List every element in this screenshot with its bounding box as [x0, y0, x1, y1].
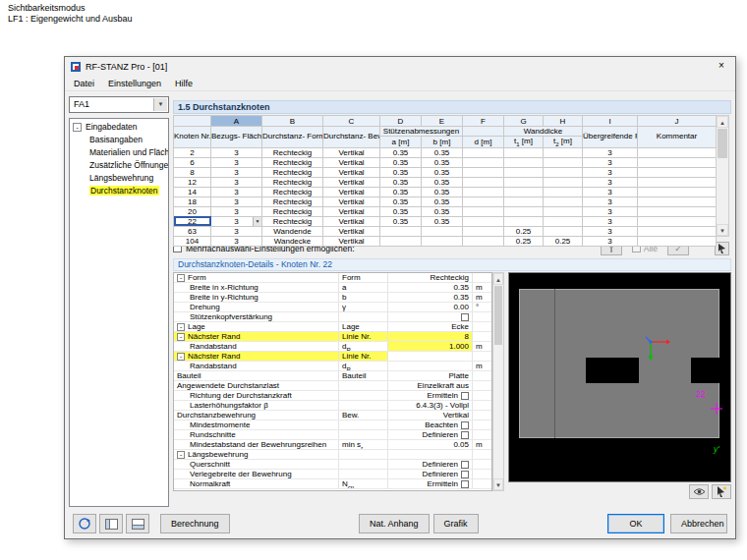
details-row-value[interactable]: Platte — [388, 371, 473, 380]
collapse-icon[interactable]: - — [177, 323, 185, 331]
table-cell[interactable]: Rechteckig — [262, 206, 323, 216]
scroll-thumb[interactable] — [494, 286, 502, 345]
details-row[interactable]: DurchstanzbewehrungBew.Vertikal — [174, 411, 491, 420]
details-row[interactable]: Drehungγ0.00° — [174, 303, 491, 312]
table-cell[interactable]: Vertikal — [323, 196, 380, 206]
details-row[interactable]: -Nächster RandLinie Nr. — [174, 352, 491, 362]
details-row-value[interactable]: Einzelkraft aus — [388, 381, 473, 390]
table-scrollbar[interactable]: ▲ ▼ — [716, 115, 729, 237]
table-cell[interactable] — [463, 216, 504, 226]
value-checkbox[interactable] — [461, 392, 469, 400]
chevron-down-icon[interactable]: ▼ — [153, 98, 167, 111]
table-cell[interactable] — [638, 177, 717, 187]
table-cell[interactable]: 3 — [583, 196, 638, 206]
sidebar-item[interactable]: Durchstanzknoten — [70, 185, 168, 197]
table-cell[interactable] — [544, 157, 583, 167]
table-cell[interactable] — [544, 216, 583, 226]
table-cell[interactable] — [544, 206, 583, 216]
details-row[interactable]: Verlegebreite der BewehrungDefinieren — [174, 470, 491, 479]
table-cell[interactable] — [463, 167, 504, 177]
collapse-icon[interactable]: - — [177, 333, 185, 341]
table-cell[interactable]: 3 — [583, 216, 638, 226]
table-cell[interactable]: 3 — [211, 187, 262, 196]
table-cell[interactable] — [544, 177, 583, 187]
sidebar-item[interactable]: Zusätzliche Öffnungen — [70, 159, 168, 172]
table-cell[interactable] — [504, 206, 544, 216]
column-letter[interactable]: A — [211, 116, 262, 127]
collapse-icon[interactable]: - — [177, 451, 185, 459]
table-cell[interactable] — [463, 147, 504, 157]
table-cell[interactable] — [380, 236, 422, 246]
table-cell[interactable]: Rechteckig — [262, 216, 323, 226]
col-header-wanddicke[interactable]: Wanddicke — [504, 127, 583, 137]
details-row[interactable]: -FormFormRechteckig — [174, 273, 491, 283]
table-cell[interactable] — [638, 236, 717, 246]
table-cell[interactable]: 0.35 — [380, 196, 422, 206]
menu-item[interactable]: Datei — [67, 76, 101, 91]
details-row-value[interactable]: Ermitteln — [388, 479, 473, 488]
table-cell[interactable] — [463, 177, 504, 187]
table-cell[interactable]: 0.35 — [380, 216, 422, 226]
details-row-value[interactable]: 6.4.3(3) - Vollpl — [388, 401, 473, 410]
table-row[interactable]: 183RechteckigVertikal0.350.353 — [174, 196, 717, 206]
table-cell[interactable]: 104 — [174, 236, 211, 246]
abbrechen-button[interactable]: Abbrechen — [670, 514, 727, 533]
table-cell[interactable] — [638, 226, 717, 236]
table-cell[interactable]: 0.35 — [380, 187, 422, 196]
table-row[interactable]: 63RechteckigVertikal0.350.353 — [174, 157, 717, 167]
table-cell[interactable]: 0.25 — [504, 226, 544, 236]
table-cell[interactable] — [504, 147, 544, 157]
chevron-down-icon[interactable]: ▼ — [253, 217, 261, 226]
table-cell[interactable]: 12 — [174, 177, 211, 187]
table-cell[interactable]: 3 — [211, 236, 262, 246]
col-header-kommentar[interactable]: Kommentar — [638, 127, 717, 148]
details-row-value[interactable]: 8 — [388, 332, 473, 341]
table-cell[interactable] — [504, 196, 544, 206]
table-cell[interactable]: 18 — [174, 196, 211, 206]
table-cell[interactable]: 0.35 — [422, 177, 463, 187]
table-cell[interactable]: 0.35 — [422, 196, 463, 206]
details-row-value[interactable]: Rechteckig — [388, 273, 473, 282]
details-row[interactable]: QuerschnittDefinieren — [174, 460, 491, 470]
details-row[interactable]: -Längsbewehrung — [174, 450, 491, 460]
column-letter[interactable]: H — [544, 116, 583, 127]
details-row[interactable]: NormalkraftNcpErmitteln — [174, 479, 491, 489]
details-row[interactable]: Richtung der DurchstanzkraftErmitteln — [174, 391, 491, 401]
menu-item[interactable]: Hilfe — [168, 76, 200, 91]
table-cell[interactable]: 0.35 — [380, 147, 422, 157]
pick-node-button[interactable] — [715, 242, 729, 255]
visibility-eye-icon[interactable] — [689, 484, 709, 499]
collapse-icon[interactable]: - — [177, 274, 185, 282]
details-row-value[interactable]: Definieren — [388, 460, 473, 469]
column-letter[interactable]: J — [638, 116, 717, 127]
table-cell[interactable] — [504, 216, 544, 226]
col-header-uebergreifende[interactable]: Übergreifende Flächen — [583, 127, 638, 148]
details-row-value[interactable]: Vertikal — [388, 411, 473, 420]
tree-root-eingabedaten[interactable]: - Eingabedaten — [70, 121, 168, 134]
table-cell[interactable]: 2 — [174, 147, 211, 157]
table-cell[interactable] — [463, 206, 504, 216]
details-row[interactable]: MindestmomenteBeachten — [174, 420, 491, 430]
table-cell[interactable]: 0.25 — [544, 236, 583, 246]
table-cell[interactable] — [422, 236, 463, 246]
table-cell[interactable] — [638, 147, 717, 157]
berechnung-button[interactable]: Berechnung — [160, 514, 230, 533]
table-cell[interactable]: Vertikal — [323, 147, 380, 157]
close-button[interactable]: × — [708, 57, 735, 76]
table-cell[interactable] — [544, 196, 583, 206]
table-cell[interactable] — [463, 157, 504, 167]
details-row[interactable]: -LageLageEcke — [174, 322, 491, 332]
sidebar-item[interactable]: Materialien und Flächen — [70, 146, 168, 159]
table-cell[interactable]: 0.35 — [422, 157, 463, 167]
table-cell[interactable] — [504, 167, 544, 177]
table-cell[interactable]: 3 — [583, 206, 638, 216]
table-cell[interactable]: Rechteckig — [262, 187, 323, 196]
table-cell[interactable]: 3 — [583, 177, 638, 187]
table-cell[interactable]: Vertikal — [323, 167, 380, 177]
details-row-value[interactable] — [388, 362, 473, 370]
details-row-value[interactable]: Definieren — [388, 470, 473, 478]
table-cell[interactable]: 3 — [583, 157, 638, 167]
details-row[interactable]: Lasterhöhungsfaktor β6.4.3(3) - Vollpl — [174, 401, 491, 411]
table-row[interactable]: 123RechteckigVertikal0.350.353 — [174, 177, 717, 187]
table-cell[interactable] — [544, 167, 583, 177]
